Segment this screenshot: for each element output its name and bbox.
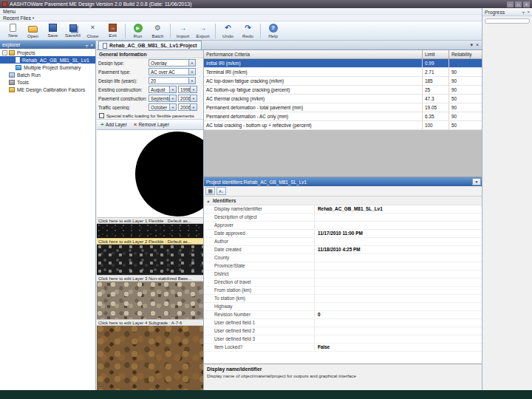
pin-icon[interactable]: ┬ xyxy=(85,43,88,47)
property-value[interactable] xyxy=(315,279,482,286)
toolbar-button-close[interactable]: ×Close xyxy=(83,22,103,40)
layer-caption-2[interactable]: Click here to edit Layer 2 Flexible : De… xyxy=(97,238,203,245)
combo-traffic-opening[interactable]: October▾ xyxy=(149,103,177,111)
perf-limit-value[interactable]: 25 xyxy=(423,86,449,94)
special-traffic-checkbox[interactable] xyxy=(99,113,104,118)
combo-pavement-type[interactable]: AC over AC▾ xyxy=(149,68,196,75)
combo-pavement-construction-year[interactable]: 2006▾ xyxy=(178,95,197,102)
remove-layer-button[interactable]: × Remove Layer xyxy=(132,120,171,129)
perf-reliability-value[interactable]: 90 xyxy=(449,112,482,120)
property-value[interactable] xyxy=(315,238,482,245)
layer-caption-3[interactable]: Click here to edit Layer 3 Non-stabilize… xyxy=(97,275,203,282)
property-row-date-approved[interactable]: Date approved11/17/2010 11:00 PM xyxy=(204,230,482,238)
perf-limit-value[interactable]: 47.3 xyxy=(423,95,449,103)
property-row-user-defined-field-1[interactable]: User defined field 1 xyxy=(204,319,482,327)
perf-row-ac-thermal-cracking-m-km[interactable]: AC thermal cracking (m/km)47.350 xyxy=(204,95,482,103)
toolbar-button-redo[interactable]: ↷Redo xyxy=(238,22,258,40)
property-row-date-created[interactable]: Date created11/18/2010 4:25 PM xyxy=(204,246,482,254)
project-identifiers-dropdown[interactable]: Project identifiers:Rehab_AC_GB_M81_SL_L… xyxy=(204,177,482,186)
layer-photo-1[interactable] xyxy=(97,224,203,238)
property-value[interactable] xyxy=(315,295,482,302)
property-value[interactable] xyxy=(315,303,482,310)
perf-limit-value[interactable]: 0.99 xyxy=(423,59,449,67)
perf-row-terminal-iri-m-km[interactable]: Terminal IRI (m/km)2.7190 xyxy=(204,68,482,77)
property-row-item-locked[interactable]: Item Locked?False xyxy=(204,344,482,352)
tree-item-batch-run[interactable]: Batch Run xyxy=(0,71,95,78)
property-value[interactable] xyxy=(315,319,482,327)
combo-existing-construction[interactable]: August▾ xyxy=(149,86,177,93)
tree-item-me-design-calibration-factors[interactable]: ME Design Calibration Factors xyxy=(0,86,95,93)
toolbar-button-new[interactable]: New xyxy=(3,22,23,40)
categorized-view-button[interactable]: ▦ xyxy=(205,187,215,195)
property-row-description-of-object[interactable]: Description of object xyxy=(204,214,482,222)
pin-icon[interactable]: ┬ xyxy=(522,10,525,14)
tab-close-icon[interactable]: × xyxy=(476,42,479,48)
toolbar-button-save[interactable]: Save xyxy=(43,22,63,40)
perf-row-ac-top-down-fatigue-cracking-m-km[interactable]: AC top-down fatigue cracking (m/km)18590 xyxy=(204,77,482,86)
perf-row-ac-bottom-up-fatigue-cracking-percent[interactable]: AC bottom-up fatigue cracking (percent)2… xyxy=(204,86,482,95)
layer-caption-4[interactable]: Click here to edit Layer 4 Subgrade : A-… xyxy=(97,319,203,326)
tree-item-rehab-ac-gb-m81-sl-lv1[interactable]: Rehab_AC_GB_M81_SL_Lv1 xyxy=(0,56,95,64)
perf-limit-value[interactable]: 100 xyxy=(423,121,449,129)
property-value[interactable]: 11/18/2010 4:25 PM xyxy=(315,246,482,253)
expander-icon[interactable]: - xyxy=(2,50,7,55)
layer-photo-4[interactable] xyxy=(97,326,203,390)
property-row-author[interactable]: Author xyxy=(204,238,482,246)
layer-photo-3[interactable] xyxy=(97,282,203,319)
property-value[interactable] xyxy=(315,335,482,343)
tree-item-tools[interactable]: Tools xyxy=(0,78,95,86)
perf-row-ac-total-cracking-bottom-up-reflective-percent[interactable]: AC total cracking - bottom up + reflecti… xyxy=(204,121,482,130)
property-value[interactable]: 0 xyxy=(315,311,482,318)
property-value[interactable]: Rehab_AC_GB_M81_SL_Lv1 xyxy=(315,205,482,213)
tab-list-icon[interactable]: ▾ xyxy=(470,42,473,48)
property-row-direction-of-travel[interactable]: Direction of travel xyxy=(204,279,482,287)
alphabetical-sort-button[interactable]: A↓ xyxy=(216,187,226,195)
minimize-button[interactable]: – xyxy=(507,1,514,7)
property-row-approver[interactable]: Approver xyxy=(204,222,482,230)
property-row-user-defined-field-3[interactable]: User defined field 3 xyxy=(204,335,482,344)
property-row-to-station-km[interactable]: To station (km) xyxy=(204,295,482,303)
toolbar-button-run[interactable]: ▶Run xyxy=(128,22,148,40)
perf-row-permanent-deformation-total-pavement-mm[interactable]: Permanent deformation - total pavement (… xyxy=(204,103,482,112)
tree-item-projects[interactable]: -Projects xyxy=(0,49,95,56)
close-icon[interactable]: × xyxy=(90,43,93,47)
toolbar-button-saveall[interactable]: SaveAll xyxy=(63,22,83,40)
combo-design-life-years[interactable]: 20▾ xyxy=(149,77,196,84)
toolbar-button-export[interactable]: →Export xyxy=(193,22,213,40)
perf-reliability-value[interactable]: 90 xyxy=(449,68,482,76)
combo-existing-construction-year[interactable]: 1998▾ xyxy=(178,86,197,93)
perf-limit-value[interactable]: 19.05 xyxy=(423,103,449,112)
perf-limit-value[interactable]: 6.35 xyxy=(423,112,449,120)
property-row-user-defined-field-2[interactable]: User defined field 2 xyxy=(204,327,482,335)
property-value[interactable] xyxy=(315,254,482,262)
toolbar-button-help[interactable]: ?Help xyxy=(263,22,283,40)
property-row-county[interactable]: County xyxy=(204,254,482,262)
perf-reliability-value[interactable]: 50 xyxy=(449,95,482,103)
property-value[interactable] xyxy=(315,262,482,270)
perf-reliability-value[interactable]: 90 xyxy=(449,103,482,112)
perf-limit-value[interactable]: 185 xyxy=(423,77,449,85)
perf-row-permanent-deformation-ac-only-mm[interactable]: Permanent deformation - AC only (mm)6.35… xyxy=(204,112,482,121)
add-layer-button[interactable]: + Add Layer xyxy=(99,120,129,129)
property-value[interactable] xyxy=(315,214,482,221)
chevron-down-icon[interactable]: ▼ xyxy=(472,178,481,185)
toolbar-button-undo[interactable]: ↶Undo xyxy=(218,22,238,40)
tab-project[interactable]: Rehab_AC_GB_M81_SL_Lv1:Project xyxy=(98,41,202,50)
perf-reliability-value[interactable]: 90 xyxy=(449,77,482,85)
property-value[interactable] xyxy=(315,270,482,278)
toolbar-button-open[interactable]: Open xyxy=(23,22,43,40)
tree-item-multiple-project-summary[interactable]: Multiple Project Summary xyxy=(0,64,95,71)
toolbar-button-import[interactable]: →Import xyxy=(173,22,193,40)
combo-design-type[interactable]: Overlay▾ xyxy=(149,59,196,66)
property-row-revision-number[interactable]: Revision Number0 xyxy=(204,311,482,319)
perf-row-initial-iri-m-km[interactable]: Initial IRI (m/km)0.99 xyxy=(204,59,482,68)
property-row-district[interactable]: District xyxy=(204,270,482,279)
recent-files-button[interactable]: Recent Files xyxy=(3,16,31,21)
property-value[interactable] xyxy=(315,222,482,229)
perf-reliability-value[interactable]: 90 xyxy=(449,86,482,94)
property-value[interactable]: False xyxy=(315,344,482,351)
property-row-highway[interactable]: Highway xyxy=(204,303,482,311)
close-button[interactable]: × xyxy=(523,1,530,7)
perf-reliability-value[interactable] xyxy=(449,59,482,67)
toolbar-button-batch[interactable]: ⚙Batch xyxy=(148,22,168,40)
